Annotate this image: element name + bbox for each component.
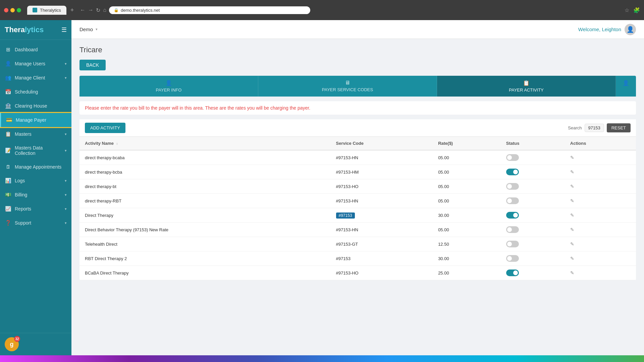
cell-actions: ✎ [565, 194, 636, 208]
table-row: Telehealth Direct#97153-GT12.50✎ [79, 237, 636, 251]
cell-status [501, 251, 565, 266]
chevron-down-icon: ▾ [65, 179, 67, 183]
sidebar-label-scheduling: Scheduling [15, 89, 67, 95]
minimize-button[interactable] [10, 8, 15, 12]
cell-service-code: #97153-GT [331, 237, 433, 251]
edit-icon[interactable]: ✎ [570, 155, 574, 160]
avatar-letter: g [10, 341, 14, 348]
manage-users-icon: 👤 [5, 61, 11, 67]
edit-icon[interactable]: ✎ [570, 198, 574, 203]
page-content: Tricare BACK 👤 PAYER INFO 🖥 PAYER SERVIC… [71, 39, 644, 355]
sidebar-item-masters-data[interactable]: 📝 Masters Data Collection ▾ [0, 141, 71, 160]
cell-actions: ✎ [565, 208, 636, 223]
star-icon[interactable]: ☆ [625, 7, 629, 13]
user-greeting: Welcome, Leighton 👤 [578, 24, 636, 35]
cell-service-code: #97153-HO [331, 179, 433, 194]
forward-arrow-icon[interactable]: → [88, 7, 93, 13]
masters-data-icon: 📝 [5, 147, 11, 154]
new-tab-button[interactable]: + [70, 7, 74, 14]
extensions-icon[interactable]: 🧩 [633, 7, 640, 13]
status-toggle[interactable] [506, 269, 519, 276]
tab-payer-service-codes[interactable]: 🖥 PAYER SERVICE CODES [258, 76, 437, 97]
search-label: Search [568, 125, 582, 130]
edit-icon[interactable]: ✎ [570, 256, 574, 261]
main-content: Demo ▾ Welcome, Leighton 👤 Tricare BACK … [71, 20, 644, 355]
cell-status [501, 266, 565, 280]
tab-payer-activity-label: PAYER ACTIVITY [509, 87, 544, 93]
cell-service-code: #97153 [331, 251, 433, 266]
chevron-down-icon: ▾ [65, 193, 67, 197]
table-row: direct therapy-bcba#97153-HM05.00✎ [79, 165, 636, 179]
hamburger-menu-icon[interactable]: ☰ [61, 26, 67, 34]
tab-payer-info[interactable]: 👤 PAYER INFO [79, 76, 258, 97]
add-activity-button[interactable]: ADD ACTIVITY [85, 123, 125, 133]
chevron-down-icon: ▾ [65, 148, 67, 153]
app-layout: Theralytics ☰ ⊞ Dashboard 👤 Manage Users… [0, 20, 644, 355]
logo: Theralytics [5, 25, 44, 34]
back-button[interactable]: BACK [79, 60, 106, 70]
tab-favicon [33, 8, 37, 12]
dashboard-icon: ⊞ [5, 47, 11, 53]
sidebar-label-masters: Masters [15, 131, 61, 137]
sidebar-item-manage-users[interactable]: 👤 Manage Users ▾ [0, 57, 71, 71]
sidebar-item-dashboard[interactable]: ⊞ Dashboard [0, 43, 71, 57]
edit-icon[interactable]: ✎ [570, 270, 574, 276]
tab-payer-activity[interactable]: 📋 PAYER ACTIVITY [437, 76, 616, 97]
sidebar-item-clearing-house[interactable]: 🏦 Clearing House [0, 99, 71, 113]
refresh-icon[interactable]: ↻ [96, 7, 100, 13]
tab-extra[interactable]: 👤 [616, 76, 636, 97]
status-toggle[interactable] [506, 212, 519, 219]
edit-icon[interactable]: ✎ [570, 241, 574, 247]
sidebar-item-manage-payer[interactable]: 💳 Manage Payer [0, 113, 71, 127]
maximize-button[interactable] [17, 8, 21, 12]
status-toggle[interactable] [506, 169, 519, 175]
sort-icon[interactable]: ↕ [116, 142, 118, 145]
edit-icon[interactable]: ✎ [570, 169, 574, 175]
sidebar-item-masters[interactable]: 📋 Masters ▾ [0, 127, 71, 141]
edit-icon[interactable]: ✎ [570, 227, 574, 232]
edit-icon[interactable]: ✎ [570, 184, 574, 189]
sidebar-item-billing[interactable]: 💵 Billing ▾ [0, 188, 71, 202]
status-toggle[interactable] [506, 241, 519, 247]
sidebar-item-support[interactable]: ❓ Support ▾ [0, 216, 71, 230]
cell-activity-name: Direct Therapy [79, 208, 331, 223]
status-toggle[interactable] [506, 183, 519, 190]
demo-selector[interactable]: Demo ▾ [79, 26, 98, 32]
search-input[interactable]: 97153 [585, 124, 604, 132]
sidebar-item-reports[interactable]: 📈 Reports ▾ [0, 202, 71, 216]
address-bar[interactable]: 🔒 demo.theralytics.net [109, 6, 310, 14]
sidebar-item-logs[interactable]: 📊 Logs ▾ [0, 174, 71, 188]
browser-tab[interactable]: Theralytics [27, 6, 66, 15]
table-row: BCaBA Direct Therapy#97153-HO25.00✎ [79, 266, 636, 280]
cell-service-code: #97153-HN [331, 223, 433, 237]
close-button[interactable] [4, 8, 8, 12]
cell-activity-name: BCaBA Direct Therapy [79, 266, 331, 280]
status-toggle[interactable] [506, 154, 519, 161]
page-title: Tricare [79, 46, 636, 54]
back-arrow-icon[interactable]: ← [80, 7, 85, 13]
status-toggle[interactable] [506, 255, 519, 262]
status-toggle[interactable] [506, 226, 519, 233]
edit-icon[interactable]: ✎ [570, 213, 574, 218]
browser-toolbar-icons: ☆ 🧩 [625, 7, 640, 13]
reset-button[interactable]: RESET [607, 123, 631, 132]
cell-status [501, 208, 565, 223]
cell-actions: ✎ [565, 179, 636, 194]
user-avatar[interactable]: 👤 [625, 24, 636, 35]
sidebar-item-scheduling[interactable]: 📅 Scheduling [0, 85, 71, 99]
sidebar-label-support: Support [15, 220, 61, 226]
manage-payer-icon: 💳 [6, 117, 12, 123]
sidebar-item-manage-client[interactable]: 👥 Manage Client ▾ [0, 71, 71, 85]
sidebar-item-manage-appointments[interactable]: 🗓 Manage Appointments [0, 160, 71, 174]
cell-actions: ✎ [565, 223, 636, 237]
status-toggle[interactable] [506, 197, 519, 204]
avatar[interactable]: g 32 [5, 337, 19, 351]
logs-icon: 📊 [5, 178, 11, 184]
sidebar-label-billing: Billing [15, 192, 61, 197]
payer-service-codes-tab-icon: 🖥 [345, 80, 350, 86]
cell-activity-name: Direct Behavior Therapy (97153) New Rate [79, 223, 331, 237]
table-row: direct therapy-bt#97153-HO05.00✎ [79, 179, 636, 194]
cell-actions: ✎ [565, 251, 636, 266]
home-icon[interactable]: ⌂ [103, 7, 106, 13]
cell-activity-name: direct therapy-bcaba [79, 150, 331, 165]
